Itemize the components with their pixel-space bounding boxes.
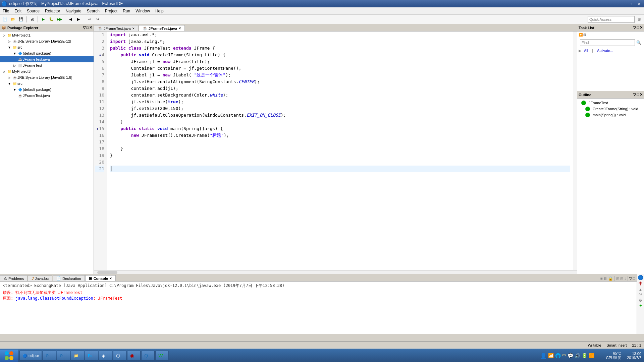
debug-button[interactable]: 🐛 [48, 16, 55, 23]
task-toolbar-btn2[interactable]: ⊟ [583, 33, 586, 37]
tab-javadoc[interactable]: J Javadoc [28, 276, 52, 281]
console-error-line-2: 原因: java.lang.ClassNotFoundException: JF… [3, 296, 634, 301]
save-button[interactable]: 💾 [17, 16, 25, 23]
menu-project[interactable]: Project [102, 7, 120, 14]
taskbar-app7[interactable]: ◉ [127, 351, 141, 361]
run-ext-button[interactable]: ▶▶ [56, 16, 63, 23]
sidebar-close-icon[interactable]: ✕ [89, 25, 92, 30]
console-btn3[interactable]: ↕ [624, 276, 626, 281]
taskbar-app5[interactable]: ◈ [99, 351, 112, 361]
tab-console[interactable]: ▣ Console ✕ [85, 275, 116, 281]
tree-item-jre18[interactable]: ▷ ☕ JRE System Library [JavaSE-1.8] [0, 74, 94, 80]
menu-run[interactable]: Run [120, 7, 133, 14]
tree-item-myproject1[interactable]: ▷ 📁 MyProject1 [0, 32, 94, 38]
console-btn1[interactable]: ⊞ [616, 276, 620, 281]
task-toolbar-btn1[interactable]: 🔽 [579, 33, 583, 37]
console-minimize[interactable]: ▽ [629, 276, 632, 281]
outline-item-createjframe[interactable]: CreateJFrame(String) : void [579, 106, 643, 112]
taskbar-ie1[interactable]: e [43, 351, 56, 361]
bottom-icon-4[interactable]: % [639, 293, 642, 297]
tree-item-jframetest-java1[interactable]: ☕ JFrameTest.java [0, 56, 94, 62]
open-button[interactable]: 📂 [9, 16, 17, 23]
bottom-icon-5[interactable]: ⚙ [639, 298, 642, 303]
console-tab-close[interactable]: ✕ [109, 277, 112, 280]
tree-item-src3[interactable]: ▼ 📁 src [0, 80, 94, 86]
console-stop-btn[interactable]: ■ [600, 276, 603, 281]
perspective-button[interactable]: ⊞ [635, 16, 643, 23]
task-all-link[interactable]: All [584, 49, 588, 53]
menu-search[interactable]: Search [84, 7, 102, 14]
print-button[interactable]: 🖨 [29, 16, 36, 23]
taskbar-ie2[interactable]: e [57, 351, 70, 361]
horizontal-scrollbar[interactable] [94, 270, 577, 274]
outline-item-jframetest[interactable]: JFrameTest [579, 100, 643, 106]
tab-declaration[interactable]: 📄 Declaration [53, 275, 85, 281]
menu-window[interactable]: Window [133, 7, 153, 14]
taskbar-app5-icon: ◈ [102, 353, 106, 358]
tree-item-jframetest-class1[interactable]: ▷ ⬜ JFrameTest [0, 62, 94, 68]
close-button[interactable]: ✕ [635, 1, 643, 7]
outline-item-main[interactable]: main(Spring[]) : void [579, 112, 643, 118]
taskbar-lang-icon[interactable]: 中 [562, 353, 566, 359]
taskbar-ps[interactable]: Ps [85, 351, 98, 361]
start-button[interactable] [0, 350, 18, 362]
undo-button[interactable]: ↩ [86, 16, 93, 23]
tree-item-default-pkg1[interactable]: ▼ 🔷 (default package) [0, 50, 94, 56]
console-maximize[interactable]: □ [633, 276, 635, 281]
outline-tree: JFrameTest CreateJFrame(String) : void m… [577, 99, 644, 274]
tree-item-jframetest-java3[interactable]: ☕ JFrameTest.java [0, 93, 94, 99]
bottom-icon-2[interactable]: 中 [639, 281, 643, 287]
status-right: Writable Smart Insert 21 : 1 [588, 343, 641, 347]
task-find-input[interactable] [580, 39, 635, 46]
new-button[interactable]: 📄 [1, 16, 9, 23]
tree-item-src1[interactable]: ▼ 📁 src [0, 44, 94, 50]
console-clear-btn[interactable]: 🗑 [603, 276, 607, 281]
quick-access-input[interactable] [588, 16, 635, 23]
tab-jframetest-2[interactable]: ☕ JFrameTest.java ✕ [139, 25, 185, 31]
task-find-icon[interactable]: 🔍 [636, 40, 641, 45]
bottom-icon-1[interactable]: 🔵 [638, 275, 643, 280]
bottom-icon-6[interactable]: ✦ [639, 303, 642, 308]
tree-item-myproject3[interactable]: ▷ 📁 MyProject3 [0, 68, 94, 74]
maximize-button[interactable]: □ [627, 1, 635, 7]
task-list-maximize[interactable]: □ [637, 25, 639, 30]
console-exception-link[interactable]: java.lang.ClassNotFoundException [15, 296, 93, 301]
tab-close-1[interactable]: ✕ [132, 27, 135, 30]
task-activate-link[interactable]: Activate... [597, 49, 613, 53]
console-btn2[interactable]: ⊟ [620, 276, 624, 281]
tree-item-default-pkg3[interactable]: ▼ 🔷 (default package) [0, 86, 94, 93]
menu-help[interactable]: Help [153, 7, 166, 14]
task-list-minimize[interactable]: ▽ [633, 25, 636, 30]
tab-close-2[interactable]: ✕ [178, 27, 181, 30]
menu-edit[interactable]: Edit [12, 7, 24, 14]
task-list-title: Task List [579, 26, 594, 30]
task-list-close[interactable]: ✕ [640, 25, 643, 30]
src-icon: 📁 [12, 45, 17, 50]
sidebar-maximize-icon[interactable]: □ [86, 25, 89, 30]
menu-navigate[interactable]: Navigate [63, 7, 84, 14]
taskbar-eclipse[interactable]: 🔵 eclipse [19, 351, 42, 361]
tree-item-jre12[interactable]: ▷ ☕ JRE System Library [JavaSE-12] [0, 38, 94, 44]
taskbar-qq[interactable]: Q [141, 351, 155, 361]
code-editor[interactable]: import java.awt.*; import javax.swing.*;… [107, 32, 573, 270]
run-button[interactable]: ▶ [40, 16, 47, 23]
minimize-button[interactable]: ─ [619, 1, 627, 7]
menu-file[interactable]: File [0, 7, 12, 14]
prev-button[interactable]: ◀ [67, 16, 74, 23]
menu-refactor[interactable]: Refactor [42, 7, 63, 14]
outline-close[interactable]: ✕ [640, 93, 643, 97]
outline-maximize[interactable]: □ [637, 93, 639, 97]
bottom-icon-3[interactable]: ▲ [639, 287, 643, 292]
menu-source[interactable]: Source [24, 7, 42, 14]
redo-button[interactable]: ↪ [94, 16, 101, 23]
taskbar-wechat[interactable]: W [155, 351, 169, 361]
sidebar-minimize-icon[interactable]: ▽ [83, 25, 86, 30]
taskbar-files[interactable]: 📁 [71, 351, 84, 361]
taskbar-volume-icon[interactable]: 🔊 [575, 353, 580, 358]
next-button[interactable]: ▶ [75, 16, 82, 23]
tab-problems[interactable]: ⚠ Problems [0, 275, 28, 281]
tab-jframetest-1[interactable]: ☕ JFrameTest.java ✕ [94, 25, 139, 31]
console-scroll-lock-btn[interactable]: 🔒 [608, 276, 613, 281]
taskbar-app6[interactable]: ⬡ [113, 351, 126, 361]
outline-minimize[interactable]: ▽ [633, 93, 636, 97]
